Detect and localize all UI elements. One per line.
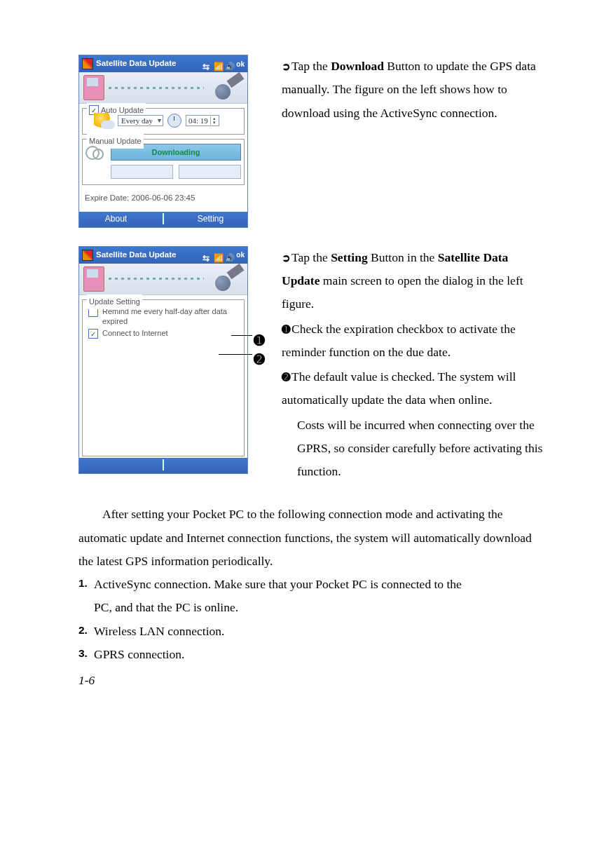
body-paragraph: After setting your Pocket PC to the foll… <box>78 503 548 573</box>
pda-screenshot-top: Satellite Data Update ⇆ 📶 🔊 ok ✓ Auto Up… <box>78 55 248 228</box>
setting-softkey[interactable]: Setting <box>174 211 247 227</box>
update-setting-label: Update Setting <box>89 294 140 309</box>
list-item: 3. GPRS connection. <box>78 643 548 666</box>
frequency-select[interactable]: Every day <box>118 115 163 126</box>
callout-2-icon: ➋ <box>282 367 291 388</box>
time-spinner[interactable]: 04: 19 ▲▼ <box>186 115 219 126</box>
weather-icon <box>94 113 114 128</box>
remind-label: Remind me every half-day after data expi… <box>102 307 238 327</box>
connect-checkbox[interactable]: ✓ <box>88 329 98 339</box>
titlebar: Satellite Data Update ⇆ 📶 🔊 ok <box>79 247 247 264</box>
window-title: Satellite Data Update <box>96 56 176 72</box>
update-setting-group: Update Setting Remind me every half-day … <box>82 299 245 456</box>
signal-icon: 📶 <box>214 60 222 68</box>
phone-icon <box>83 75 104 100</box>
callout-2-icon: ➋ <box>254 347 265 372</box>
banner <box>79 264 247 295</box>
manual-button-2[interactable] <box>179 165 241 179</box>
expire-date-text: Expire Date: 2006-06-06 23:45 <box>79 187 247 212</box>
list-item: 2. Wireless LAN connection. <box>78 620 548 643</box>
volume-icon: 🔊 <box>225 251 233 259</box>
keyboard-icon[interactable] <box>163 459 164 470</box>
connection-dots-icon <box>109 87 204 89</box>
bottom-bar <box>79 458 247 473</box>
titlebar: Satellite Data Update ⇆ 📶 🔊 ok <box>79 55 247 72</box>
manual-icon <box>85 144 104 160</box>
keyboard-icon[interactable] <box>163 213 164 224</box>
callout-line-1 <box>231 335 252 336</box>
start-flag-icon <box>82 58 93 69</box>
satellite-icon <box>208 267 243 291</box>
sync-icon: ⇆ <box>202 251 211 259</box>
auto-update-group: ✓ Auto Update Every day 04: 19 ▲▼ <box>82 108 245 135</box>
banner <box>79 72 247 104</box>
bottom-bar: About Setting <box>79 212 247 227</box>
list-item: 1. ActiveSync connection. Make sure that… <box>78 573 548 620</box>
manual-update-group: Manual Update Downloading <box>82 139 245 185</box>
ok-softkey[interactable]: ok <box>236 248 245 262</box>
window-title: Satellite Data Update <box>96 247 176 263</box>
callout-1-icon: ➊ <box>282 320 291 340</box>
body-text: After setting your Pocket PC to the foll… <box>78 503 548 666</box>
connect-label: Connect to Internet <box>102 329 238 339</box>
callout-line-2 <box>219 354 252 355</box>
volume-icon: 🔊 <box>225 60 233 68</box>
page-number: 1-6 <box>78 669 548 692</box>
signal-icon: 📶 <box>214 251 222 259</box>
about-softkey[interactable]: About <box>79 211 153 227</box>
phone-icon <box>83 266 104 292</box>
instruction-block-2: ➲Tap the Setting Button in the Satellite… <box>282 246 548 485</box>
connection-dots-icon <box>109 278 204 280</box>
pda-screenshot-bottom: Satellite Data Update ⇆ 📶 🔊 ok Update Se… <box>78 246 248 474</box>
action-bullet-icon: ➲ <box>282 57 291 77</box>
sync-icon: ⇆ <box>202 60 211 68</box>
manual-button-1[interactable] <box>111 165 173 179</box>
satellite-icon <box>208 76 243 100</box>
instruction-block-1: ➲Tap the Download Button to update the G… <box>282 55 548 228</box>
action-bullet-icon: ➲ <box>282 248 291 269</box>
ok-softkey[interactable]: ok <box>236 57 245 71</box>
clock-icon <box>167 114 181 128</box>
start-flag-icon <box>82 250 93 261</box>
